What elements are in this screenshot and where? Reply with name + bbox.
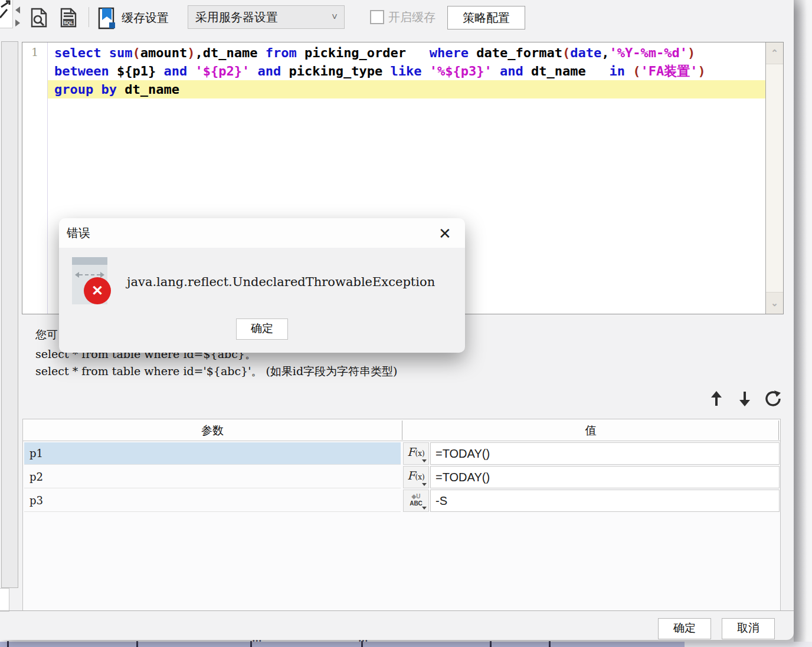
error-badge-icon: ✕ [84,277,111,304]
line-number: 1 [22,45,47,58]
sql-button[interactable]: SQL [59,8,78,29]
save-cache-button[interactable] [97,7,117,29]
ok-button[interactable]: 确定 [658,618,711,639]
error-window-titlebar-graphic [72,257,107,265]
table-row[interactable]: p3 ◈U ABC [23,489,780,513]
strip-divider [361,641,363,647]
strip-dots: ••• [253,640,262,642]
policy-config-button[interactable]: 策略配置 [447,6,525,29]
left-rail-bottom-box [0,588,9,612]
table-row[interactable]: p2 F(x) [23,465,780,489]
param-column-header: 参数 [23,419,402,441]
param-name-cell[interactable]: p2 [24,466,401,488]
strip-divider [490,641,492,647]
preview-button[interactable] [30,8,48,29]
save-bookmark-icon [97,7,117,29]
error-dialog: 错误 ✕ ✕ java.lang.reflect.UndeclaredThrow… [59,218,465,353]
type-dropdown-icon [422,459,427,462]
string-type-icon: ◈U ABC [404,490,428,507]
dialog-titlebar[interactable]: 错误 ✕ [59,218,465,248]
header-divider [402,421,402,440]
screen: ••• ••• [0,0,812,647]
editor-gutter: 1 [22,42,48,314]
sql-line-2: between ${p1} and '${p2}' and picking_ty… [54,62,762,80]
dialog-ok-button[interactable]: 确定 [236,318,288,340]
move-down-icon [734,388,755,409]
sql-line-3: group by dt_name [54,80,762,98]
param-type-button[interactable]: F(x) [403,442,429,465]
param-value-input[interactable] [430,466,780,488]
enable-cache-checkbox[interactable] [370,10,384,24]
type-dropdown-icon [422,483,427,486]
preview-icon [30,8,48,29]
strip-divider [549,641,551,647]
scroll-down-icon[interactable]: ⌄ [766,292,783,314]
parameters-table: 参数 值 p1 F(x) p2 F(x) [22,419,781,611]
table-header: 参数 值 [23,419,780,441]
move-down-button[interactable] [734,388,755,409]
move-up-icon [706,388,727,409]
close-icon[interactable]: ✕ [434,223,456,244]
cache-settings-label: 缓存设置 [122,6,169,29]
svg-text:SQL: SQL [64,20,74,25]
type-dropdown-icon [422,507,427,510]
strip-divider [136,641,138,647]
param-value-input[interactable] [430,442,780,465]
chevron-down-icon[interactable]: ˅ [326,5,343,29]
editor-scrollbar[interactable]: ⌃ ⌄ [765,42,783,314]
cancel-button[interactable]: 取消 [722,618,775,639]
strip-dots: ••• [359,640,368,642]
value-column-header: 值 [402,419,780,441]
move-up-button[interactable] [706,388,727,409]
table-row[interactable]: p1 F(x) [23,442,780,465]
error-message: java.lang.reflect.UndeclaredThrowableExc… [127,275,457,289]
param-name-cell[interactable]: p1 [24,442,401,465]
toolbar-separator [89,7,89,27]
sql-line-1: select sum(amount),dt_name from picking_… [54,44,762,62]
refresh-button[interactable] [762,388,784,409]
dialog-title: 错误 [67,218,90,248]
collapsed-side-panel[interactable] [1,41,18,588]
param-value-input[interactable] [430,490,780,512]
strip-divider [7,641,9,647]
pencil-icon [0,0,12,27]
param-type-button[interactable]: ◈U ABC [403,490,429,512]
cache-mode-dropdown[interactable]: 采用服务器设置 [188,5,345,29]
scroll-up-icon[interactable]: ⌃ [766,42,783,64]
strip-divider [250,641,252,647]
left-rail-top-box [0,0,13,28]
refresh-icon [762,388,784,409]
header-divider [778,421,779,440]
collapse-right-icon[interactable] [15,19,20,27]
sql-code[interactable]: select sum(amount),dt_name from picking_… [54,44,762,98]
hint-line-3: select * from table where id='${abc}'。 (… [35,364,397,379]
sql-icon: SQL [59,8,78,29]
param-type-button[interactable]: F(x) [403,466,429,488]
collapse-left-icon[interactable] [15,6,20,14]
background-table-header-strip [0,642,685,647]
param-name-cell[interactable]: p3 [24,490,401,512]
window-shadow [794,0,807,642]
footer-separator [0,610,794,611]
hint-line-1: 您可 [35,327,58,343]
enable-cache-label: 开启缓存 [388,5,436,29]
